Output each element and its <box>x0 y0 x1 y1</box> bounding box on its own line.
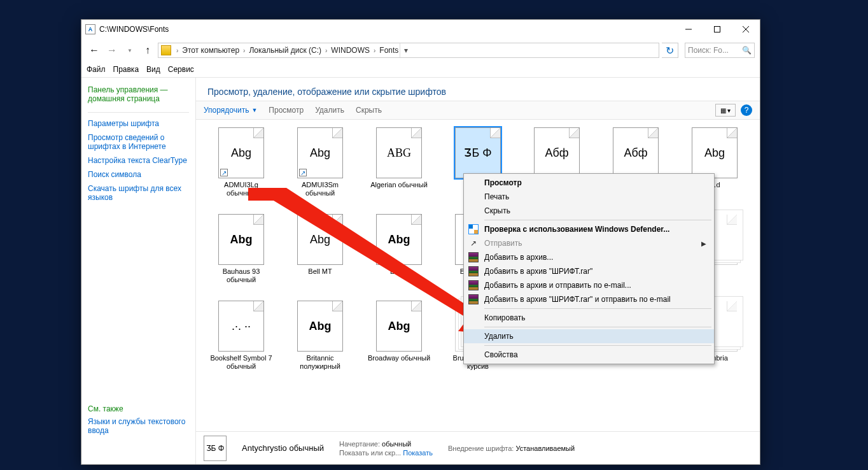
context-menu: ПросмотрПечатьСкрытьПроверка с использов… <box>463 173 715 364</box>
context-menu-item[interactable]: Добавить в архив "ШРИФТ.rar" <box>464 264 714 278</box>
font-sample: Abg <box>388 233 410 246</box>
context-menu-label: Скрыть <box>484 206 510 215</box>
font-thumbnail: ƷБ Φ <box>455 127 501 178</box>
rar-icon <box>468 266 479 276</box>
font-sample: Abg <box>230 233 253 246</box>
font-label: Britannic полужирный <box>288 354 352 371</box>
font-label: Algerian обычный <box>370 181 428 189</box>
sidebar-link-charmap[interactable]: Поиск символа <box>88 170 189 179</box>
context-menu-label: Добавить в архив "ШРИФТ.rar" <box>484 267 592 276</box>
help-button[interactable]: ? <box>741 104 752 116</box>
context-menu-item[interactable]: Добавить в архив и отправить по e-mail..… <box>464 278 714 292</box>
font-sample: Abg <box>388 320 410 333</box>
sidebar-link-languages[interactable]: Языки и службы текстового ввода <box>88 417 189 435</box>
sidebar-link-cleartype[interactable]: Настройка текста ClearType <box>88 156 189 165</box>
context-menu-label: Добавить в архив... <box>484 253 553 262</box>
chevron-right-icon: › <box>323 47 330 54</box>
menu-separator <box>484 345 711 346</box>
recent-dropdown[interactable]: ▼ <box>122 43 137 58</box>
font-label: Ber… <box>390 267 408 276</box>
back-button[interactable]: ← <box>87 43 102 58</box>
shortcut-overlay-icon: ↗ <box>299 169 307 176</box>
menu-file[interactable]: Файл <box>87 65 106 74</box>
up-button[interactable]: ↑ <box>140 43 155 58</box>
font-item[interactable]: Abg↗ADMUI3Lg обычный <box>204 125 279 208</box>
font-item[interactable]: AbgBer… <box>361 211 437 294</box>
toolbar-hide[interactable]: Скрыть <box>356 106 382 115</box>
font-sample: Abg <box>310 146 330 160</box>
sidebar: Панель управления — домашняя страница Па… <box>81 78 196 464</box>
details-thumb: ƷБ Φ <box>204 436 227 461</box>
refresh-button[interactable]: ↻ <box>662 43 678 58</box>
window-icon: A <box>85 24 95 34</box>
font-item[interactable]: AbgBroadway обычный <box>361 298 437 381</box>
menu-tools[interactable]: Сервис <box>168 65 194 74</box>
context-menu-item[interactable]: Свойства <box>464 348 714 362</box>
breadcrumb[interactable]: WINDOWS <box>330 46 371 55</box>
font-item[interactable]: AbgBell MT <box>283 211 358 294</box>
context-menu-item[interactable]: Добавить в архив... <box>464 250 714 264</box>
font-sample: Абф <box>624 146 648 160</box>
breadcrumb[interactable]: Этот компьютер <box>181 46 241 55</box>
context-menu-item[interactable]: Скрыть <box>464 204 714 218</box>
sidebar-link-online-info[interactable]: Просмотр сведений о шрифтах в Интернете <box>88 133 189 151</box>
context-menu-item[interactable]: Копировать <box>464 311 714 325</box>
view-options[interactable]: ▦ ▾ <box>715 104 736 117</box>
toolbar-delete[interactable]: Удалить <box>315 106 344 115</box>
menu-edit[interactable]: Правка <box>113 65 139 74</box>
font-thumbnail: .·. ·· <box>218 301 264 352</box>
context-menu-label: Печать <box>484 192 509 201</box>
menu-separator <box>484 327 711 327</box>
minimize-button[interactable] <box>674 20 703 39</box>
font-thumbnail: Абф <box>534 127 580 178</box>
font-item[interactable]: AbgBauhaus 93 обычный <box>204 211 279 294</box>
sidebar-link-font-settings[interactable]: Параметры шрифта <box>88 119 189 128</box>
search-icon: 🔍 <box>742 46 752 55</box>
details-show-value[interactable]: Показать <box>403 449 433 457</box>
font-label: ADMUI3Sm обычный <box>288 181 352 197</box>
font-thumbnail: Abg <box>376 301 422 352</box>
context-menu-label: Отправить <box>484 239 522 248</box>
font-sample: ƷБ Φ <box>464 146 491 160</box>
search-input[interactable]: Поиск: Fo... 🔍 <box>685 43 755 58</box>
context-menu-item[interactable]: Проверка с использованием Windows Defend… <box>464 222 714 236</box>
chevron-right-icon: › <box>241 47 248 54</box>
chevron-right-icon: › <box>174 47 181 54</box>
font-label: Bell MT <box>308 267 332 276</box>
close-button[interactable] <box>731 20 760 39</box>
menu-view[interactable]: Вид <box>146 65 160 74</box>
details-font-name: Antychrystio обычный <box>242 443 324 453</box>
organize-dropdown[interactable]: Упорядочить▼ <box>204 106 257 115</box>
details-embed-value: Устанавливаемый <box>515 445 575 452</box>
font-item[interactable]: .·. ··Bookshelf Symbol 7 обычный <box>204 298 279 381</box>
sidebar-also-heading: См. также <box>88 404 189 413</box>
maximize-button[interactable] <box>703 20 731 39</box>
search-placeholder: Поиск: Fo... <box>688 46 729 55</box>
forward-button[interactable]: → <box>104 43 120 58</box>
sidebar-heading[interactable]: Панель управления — домашняя страница <box>88 85 189 103</box>
sidebar-link-download[interactable]: Скачать шрифты для всех языков <box>88 184 189 202</box>
font-thumbnail: Abg <box>218 214 264 265</box>
font-thumbnail: Abg <box>297 214 343 265</box>
font-thumbnail: Абф <box>613 127 659 178</box>
address-bar[interactable]: › Этот компьютер › Локальный диск (C:) ›… <box>158 43 659 58</box>
toolbar-preview[interactable]: Просмотр <box>269 106 304 115</box>
divider <box>88 112 189 113</box>
context-menu-label: Копировать <box>484 313 526 322</box>
font-label: ADMUI3Lg обычный <box>209 181 273 197</box>
font-thumbnail: Abg↗ <box>297 127 343 178</box>
chevron-down-icon: ▼ <box>251 107 257 113</box>
context-menu-item[interactable]: Печать <box>464 190 714 204</box>
breadcrumb[interactable]: Локальный диск (C:) <box>248 46 323 55</box>
font-item[interactable]: AbgBritannic полужирный <box>283 298 358 381</box>
context-menu-item[interactable]: Удалить <box>464 329 714 343</box>
details-pane: ƷБ Φ Antychrystio обычный Начертание: об… <box>196 431 760 464</box>
share-icon: ↗ <box>468 238 479 248</box>
shortcut-overlay-icon: ↗ <box>220 169 228 176</box>
font-item[interactable]: Abg↗ADMUI3Sm обычный <box>283 125 358 208</box>
address-history-dropdown[interactable]: ▾ <box>400 43 411 57</box>
context-menu-item[interactable]: Добавить в архив "ШРИФТ.rar" и отправить… <box>464 292 714 306</box>
font-item[interactable]: ABGAlgerian обычный <box>361 125 437 208</box>
context-menu-item[interactable]: Просмотр <box>464 176 714 190</box>
breadcrumb[interactable]: Fonts <box>378 46 400 55</box>
